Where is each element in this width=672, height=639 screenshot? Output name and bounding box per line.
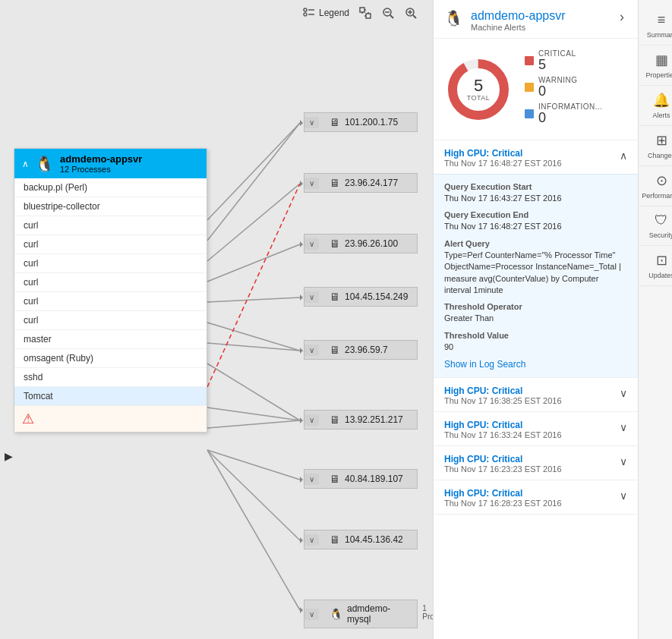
remote-node-0[interactable]: ∨🖥101.200.1.75	[304, 112, 418, 132]
svg-line-26	[207, 408, 300, 420]
alert-header-2[interactable]: High CPU: CriticalThu Nov 17 16:33:24 ES…	[434, 412, 638, 445]
svg-line-23	[207, 343, 300, 351]
svg-marker-31	[300, 120, 303, 126]
remote-node-8[interactable]: ∨🐧admdemo-mysql1 Processes	[304, 600, 418, 628]
updates-icon: ⊡	[656, 252, 667, 269]
alert-title-1: High CPU: Critical	[444, 386, 620, 396]
remote-node-7[interactable]: ∨🖥104.45.136.42	[304, 530, 418, 549]
panel-back-button[interactable]: ›	[617, 9, 627, 25]
svg-line-19	[207, 184, 300, 261]
panel-linux-icon: 🐧	[444, 9, 463, 27]
side-icon-label-4: Performance	[642, 192, 672, 200]
zoom-out-icon	[381, 6, 395, 20]
alert-expand-icon-2[interactable]: ∨	[620, 421, 627, 433]
alert-expand-icon-4[interactable]: ∨	[620, 489, 627, 502]
process-item-5[interactable]: curl	[14, 273, 207, 292]
side-icon-label-6: Updates	[648, 272, 672, 279]
selected-indicator: ▶	[5, 450, 13, 462]
svg-marker-32	[300, 181, 303, 187]
detail-label: Threshold Operator	[444, 302, 627, 311]
remote-node-2[interactable]: ∨🖥23.96.26.100	[304, 234, 418, 253]
alert-title-0: High CPU: Critical	[444, 148, 620, 159]
side-icon-updates[interactable]: ⊡Updates	[639, 246, 672, 286]
alert-header-0[interactable]: High CPU: CriticalThu Nov 17 16:48:27 ES…	[434, 140, 638, 174]
zoom-out-button[interactable]	[381, 6, 395, 20]
svg-line-30	[207, 450, 300, 610]
panel-header: 🐧 admdemo-appsvr Machine Alerts ›	[434, 0, 638, 39]
alert-header-1[interactable]: High CPU: CriticalThu Nov 17 16:38:25 ES…	[434, 378, 638, 411]
info-dot	[525, 109, 534, 118]
process-item-7[interactable]: curl	[14, 311, 207, 330]
linux-icon: 🐧	[35, 155, 54, 173]
side-icon-bar: ≡Summary▦Properties🔔Alerts⊞Changes⊙Perfo…	[638, 0, 672, 639]
side-icon-label-5: Security	[649, 231, 672, 239]
detail-value: 90	[444, 342, 627, 353]
right-panel: 🐧 admdemo-appsvr Machine Alerts › 5 TOTA…	[433, 0, 638, 639]
side-icon-summary[interactable]: ≡Summary	[639, 6, 672, 46]
alert-title-3: High CPU: Critical	[444, 454, 620, 464]
fit-button[interactable]	[358, 6, 372, 20]
alerts-list: High CPU: CriticalThu Nov 17 16:48:27 ES…	[434, 140, 638, 639]
zoom-in-icon	[404, 6, 418, 20]
svg-marker-33	[300, 241, 303, 247]
process-list: backup.pl (Perl)bluestripe-collectorcurl…	[14, 178, 207, 405]
legend-button[interactable]: Legend	[302, 6, 349, 20]
alert-title-2: High CPU: Critical	[444, 420, 620, 430]
alert-header-3[interactable]: High CPU: CriticalThu Nov 17 16:23:23 ES…	[434, 446, 638, 480]
remote-node-3[interactable]: ∨🖥104.45.154.249	[304, 287, 418, 307]
svg-line-22	[207, 323, 300, 351]
alert-expand-icon-3[interactable]: ∨	[620, 455, 627, 467]
alerts-icon: 🔔	[653, 92, 670, 109]
svg-marker-39	[300, 607, 303, 613]
process-item-0[interactable]: backup.pl (Perl)	[14, 178, 207, 197]
svg-line-16	[413, 15, 416, 18]
svg-line-20	[207, 244, 300, 282]
svg-marker-37	[300, 477, 303, 483]
remote-node-5[interactable]: ∨🖥13.92.251.217	[304, 410, 418, 430]
alert-item-3: High CPU: CriticalThu Nov 17 16:23:23 ES…	[434, 446, 638, 480]
main-node: ∧ 🐧 admdemo-appsvr 12 Processes backup.p…	[14, 148, 207, 433]
process-item-11[interactable]: Tomcat	[14, 387, 207, 405]
svg-marker-36	[300, 417, 303, 423]
svg-rect-4	[360, 8, 364, 12]
node-subtitle: 12 Processes	[60, 165, 142, 174]
process-item-4[interactable]: curl	[14, 254, 207, 273]
side-icon-alerts[interactable]: 🔔Alerts	[639, 86, 672, 126]
zoom-in-button[interactable]	[404, 6, 418, 20]
remote-node-4[interactable]: ∨🖥23.96.59.7	[304, 340, 418, 360]
side-icon-properties[interactable]: ▦Properties	[639, 46, 672, 86]
alert-expand-icon-0[interactable]: ∧	[620, 150, 627, 162]
process-item-1[interactable]: bluestripe-collector	[14, 197, 207, 216]
process-item-9[interactable]: omsagent (Ruby)	[14, 349, 207, 368]
show-log-search-link[interactable]: Show in Log Search	[444, 359, 525, 370]
alert-time-0: Thu Nov 17 16:48:27 EST 2016	[444, 159, 620, 168]
svg-line-18	[207, 123, 300, 241]
alert-expand-icon-1[interactable]: ∨	[620, 387, 627, 399]
svg-marker-35	[300, 348, 303, 354]
process-item-6[interactable]: curl	[14, 292, 207, 311]
alert-time-4: Thu Nov 17 16:28:23 EST 2016	[444, 499, 620, 508]
remote-node-1[interactable]: ∨🖥23.96.24.177	[304, 173, 418, 193]
detail-value: Greater Than	[444, 313, 627, 324]
alert-item-2: High CPU: CriticalThu Nov 17 16:33:24 ES…	[434, 412, 638, 446]
side-icon-changes[interactable]: ⊞Changes	[639, 126, 672, 166]
process-item-8[interactable]: master	[14, 330, 207, 349]
svg-line-12	[390, 15, 393, 18]
remote-node-6[interactable]: ∨🖥40.84.189.107	[304, 469, 418, 489]
collapse-icon[interactable]: ∧	[22, 159, 29, 169]
node-header[interactable]: ∧ 🐧 admdemo-appsvr 12 Processes	[14, 149, 207, 178]
side-icon-security[interactable]: 🛡Security	[639, 206, 672, 246]
panel-machine-name: admdemo-appsvr	[471, 9, 609, 23]
process-item-10[interactable]: sshd	[14, 368, 207, 387]
svg-marker-38	[300, 537, 303, 543]
process-item-3[interactable]: curl	[14, 235, 207, 254]
detail-label: Query Execution End	[444, 210, 627, 219]
svg-line-29	[207, 450, 300, 540]
donut-total-label: TOTAL	[467, 94, 491, 102]
side-icon-label-0: Summary	[647, 31, 672, 39]
side-icon-performance[interactable]: ⊙Performance	[639, 166, 672, 206]
process-item-2[interactable]: curl	[14, 216, 207, 235]
alert-header-4[interactable]: High CPU: CriticalThu Nov 17 16:28:23 ES…	[434, 480, 638, 514]
detail-label: Query Execution Start	[444, 182, 627, 191]
summary-icon: ≡	[658, 12, 666, 28]
